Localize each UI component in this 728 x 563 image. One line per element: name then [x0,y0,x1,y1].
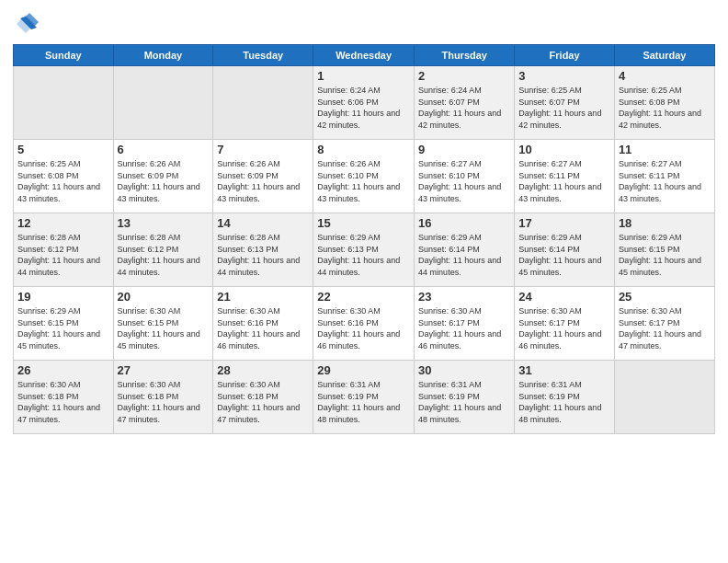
day-number: 24 [518,290,610,304]
weekday-header: Wednesday [313,45,415,66]
day-number: 7 [217,143,309,156]
calendar-day-cell: 3Sunrise: 6:25 AMSunset: 6:07 PMDaylight… [515,66,615,140]
calendar-day-cell: 9Sunrise: 6:27 AMSunset: 6:10 PMDaylight… [415,140,515,213]
day-number: 27 [118,363,210,377]
day-info: Sunrise: 6:26 AMSunset: 6:09 PMDaylight:… [118,158,210,204]
day-number: 2 [418,69,510,83]
day-number: 28 [217,363,309,377]
day-number: 21 [217,290,309,304]
day-info: Sunrise: 6:31 AMSunset: 6:19 PMDaylight:… [518,379,610,425]
calendar-day-cell [213,66,313,140]
day-number: 29 [317,363,410,377]
day-info: Sunrise: 6:26 AMSunset: 6:09 PMDaylight:… [217,158,309,204]
weekday-header: Sunday [14,45,114,66]
calendar-day-cell: 7Sunrise: 6:26 AMSunset: 6:09 PMDaylight… [213,140,313,213]
day-info: Sunrise: 6:30 AMSunset: 6:18 PMDaylight:… [118,379,210,425]
calendar-day-cell: 29Sunrise: 6:31 AMSunset: 6:19 PMDayligh… [313,361,415,434]
logo [13,11,42,37]
day-info: Sunrise: 6:27 AMSunset: 6:11 PMDaylight:… [518,158,610,204]
day-number: 30 [418,363,510,377]
calendar-day-cell: 21Sunrise: 6:30 AMSunset: 6:16 PMDayligh… [213,287,313,361]
day-info: Sunrise: 6:28 AMSunset: 6:12 PMDaylight:… [118,232,210,278]
day-info: Sunrise: 6:27 AMSunset: 6:11 PMDaylight:… [619,158,711,204]
day-info: Sunrise: 6:29 AMSunset: 6:15 PMDaylight:… [17,305,109,351]
day-number: 18 [619,216,711,230]
calendar-day-cell: 27Sunrise: 6:30 AMSunset: 6:18 PMDayligh… [113,361,213,434]
day-info: Sunrise: 6:29 AMSunset: 6:14 PMDaylight:… [418,232,510,278]
calendar-day-cell: 8Sunrise: 6:26 AMSunset: 6:10 PMDaylight… [313,140,415,213]
day-info: Sunrise: 6:30 AMSunset: 6:17 PMDaylight:… [619,305,711,351]
day-number: 8 [317,143,410,156]
day-info: Sunrise: 6:25 AMSunset: 6:08 PMDaylight:… [17,158,109,204]
day-number: 12 [17,216,109,230]
calendar-day-cell [14,66,114,140]
calendar-day-cell: 5Sunrise: 6:25 AMSunset: 6:08 PMDaylight… [14,140,114,213]
calendar-day-cell: 11Sunrise: 6:27 AMSunset: 6:11 PMDayligh… [614,140,714,213]
day-info: Sunrise: 6:26 AMSunset: 6:10 PMDaylight:… [317,158,410,204]
calendar-day-cell: 20Sunrise: 6:30 AMSunset: 6:15 PMDayligh… [113,287,213,361]
day-number: 20 [118,290,210,304]
day-number: 5 [17,143,109,156]
day-info: Sunrise: 6:27 AMSunset: 6:10 PMDaylight:… [418,158,510,204]
day-info: Sunrise: 6:25 AMSunset: 6:08 PMDaylight:… [619,85,711,131]
day-number: 15 [317,216,410,230]
calendar-day-cell: 31Sunrise: 6:31 AMSunset: 6:19 PMDayligh… [515,361,615,434]
day-number: 19 [17,290,109,304]
day-number: 4 [619,69,711,83]
day-info: Sunrise: 6:28 AMSunset: 6:12 PMDaylight:… [17,232,109,278]
calendar-day-cell: 28Sunrise: 6:30 AMSunset: 6:18 PMDayligh… [213,361,313,434]
day-number: 13 [118,216,210,230]
calendar-day-cell: 6Sunrise: 6:26 AMSunset: 6:09 PMDaylight… [113,140,213,213]
day-info: Sunrise: 6:30 AMSunset: 6:18 PMDaylight:… [217,379,309,425]
day-number: 9 [418,143,510,156]
calendar-week-row: 1Sunrise: 6:24 AMSunset: 6:06 PMDaylight… [14,66,715,140]
day-number: 11 [619,143,711,156]
day-info: Sunrise: 6:24 AMSunset: 6:06 PMDaylight:… [317,85,410,131]
day-info: Sunrise: 6:28 AMSunset: 6:13 PMDaylight:… [217,232,309,278]
day-number: 6 [118,143,210,156]
day-number: 31 [518,363,610,377]
calendar-day-cell: 16Sunrise: 6:29 AMSunset: 6:14 PMDayligh… [415,213,515,287]
day-info: Sunrise: 6:30 AMSunset: 6:16 PMDaylight:… [217,305,309,351]
calendar-week-row: 5Sunrise: 6:25 AMSunset: 6:08 PMDaylight… [14,140,715,213]
day-info: Sunrise: 6:30 AMSunset: 6:17 PMDaylight:… [418,305,510,351]
calendar-day-cell: 17Sunrise: 6:29 AMSunset: 6:14 PMDayligh… [515,213,615,287]
day-info: Sunrise: 6:29 AMSunset: 6:14 PMDaylight:… [518,232,610,278]
day-number: 16 [418,216,510,230]
day-info: Sunrise: 6:31 AMSunset: 6:19 PMDaylight:… [418,379,510,425]
calendar-day-cell [113,66,213,140]
weekday-header-row: SundayMondayTuesdayWednesdayThursdayFrid… [14,45,715,66]
logo-icon [13,11,39,37]
calendar-day-cell: 10Sunrise: 6:27 AMSunset: 6:11 PMDayligh… [515,140,615,213]
calendar-day-cell: 13Sunrise: 6:28 AMSunset: 6:12 PMDayligh… [113,213,213,287]
calendar-day-cell: 1Sunrise: 6:24 AMSunset: 6:06 PMDaylight… [313,66,415,140]
day-info: Sunrise: 6:30 AMSunset: 6:15 PMDaylight:… [118,305,210,351]
calendar-day-cell: 18Sunrise: 6:29 AMSunset: 6:15 PMDayligh… [614,213,714,287]
calendar-week-row: 19Sunrise: 6:29 AMSunset: 6:15 PMDayligh… [14,287,715,361]
day-info: Sunrise: 6:24 AMSunset: 6:07 PMDaylight:… [418,85,510,131]
day-number: 1 [317,69,410,83]
calendar-day-cell: 24Sunrise: 6:30 AMSunset: 6:17 PMDayligh… [515,287,615,361]
weekday-header: Monday [113,45,213,66]
calendar-day-cell: 23Sunrise: 6:30 AMSunset: 6:17 PMDayligh… [415,287,515,361]
weekday-header: Friday [515,45,615,66]
calendar-day-cell [614,361,714,434]
calendar-day-cell: 4Sunrise: 6:25 AMSunset: 6:08 PMDaylight… [614,66,714,140]
calendar-week-row: 12Sunrise: 6:28 AMSunset: 6:12 PMDayligh… [14,213,715,287]
calendar-day-cell: 25Sunrise: 6:30 AMSunset: 6:17 PMDayligh… [614,287,714,361]
weekday-header: Saturday [614,45,714,66]
calendar-day-cell: 26Sunrise: 6:30 AMSunset: 6:18 PMDayligh… [14,361,114,434]
day-info: Sunrise: 6:29 AMSunset: 6:15 PMDaylight:… [619,232,711,278]
page: SundayMondayTuesdayWednesdayThursdayFrid… [0,0,728,563]
calendar-day-cell: 14Sunrise: 6:28 AMSunset: 6:13 PMDayligh… [213,213,313,287]
day-info: Sunrise: 6:30 AMSunset: 6:18 PMDaylight:… [17,379,109,425]
day-info: Sunrise: 6:30 AMSunset: 6:17 PMDaylight:… [518,305,610,351]
day-number: 23 [418,290,510,304]
calendar-day-cell: 12Sunrise: 6:28 AMSunset: 6:12 PMDayligh… [14,213,114,287]
day-info: Sunrise: 6:29 AMSunset: 6:13 PMDaylight:… [317,232,410,278]
day-number: 3 [518,69,610,83]
day-info: Sunrise: 6:31 AMSunset: 6:19 PMDaylight:… [317,379,410,425]
calendar-day-cell: 2Sunrise: 6:24 AMSunset: 6:07 PMDaylight… [415,66,515,140]
calendar-day-cell: 19Sunrise: 6:29 AMSunset: 6:15 PMDayligh… [14,287,114,361]
day-info: Sunrise: 6:30 AMSunset: 6:16 PMDaylight:… [317,305,410,351]
